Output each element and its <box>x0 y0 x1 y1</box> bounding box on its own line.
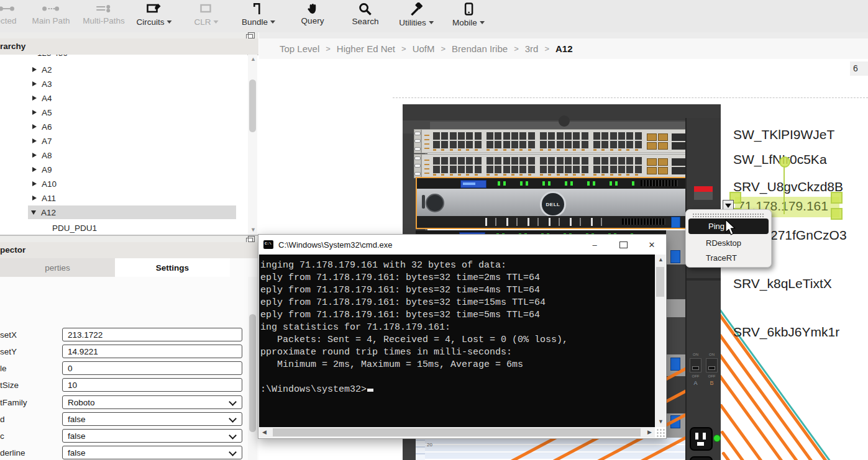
scroll-up-icon[interactable]: ▲ <box>250 56 256 62</box>
switch-device-2[interactable] <box>414 154 685 178</box>
scroll-down-icon[interactable]: ▼ <box>250 227 256 233</box>
tree-item-a12-selected[interactable]: A12 <box>28 205 236 219</box>
expand-arrow-icon[interactable] <box>32 138 37 143</box>
inspector-scrollbar[interactable] <box>248 277 257 460</box>
expand-arrow-icon[interactable] <box>32 167 37 172</box>
hierarchy-scrollbar[interactable]: ▲ ▼ <box>248 55 257 235</box>
server-device-selected[interactable]: DELL <box>416 177 687 229</box>
pdu-outlet[interactable] <box>690 427 713 451</box>
text-input[interactable] <box>68 347 237 356</box>
scroll-right-icon[interactable]: ▶ <box>647 430 652 435</box>
tree-item-a5[interactable]: A5 <box>0 106 236 119</box>
breadcrumb-item[interactable]: UofM <box>413 43 435 54</box>
text-input[interactable] <box>68 330 237 340</box>
breadcrumb-item[interactable]: 3rd <box>525 43 539 54</box>
menu-item-rdesktop[interactable]: RDesktop <box>686 235 771 250</box>
scrollbar-thumb[interactable] <box>656 267 664 297</box>
toolbar-item-search[interactable]: Search <box>352 2 379 26</box>
scrollbar-thumb[interactable] <box>273 428 641 436</box>
device-label-srv1[interactable]: SRV_U8gvCkzd8B <box>733 179 843 194</box>
tree-item-a4[interactable]: A4 <box>0 91 236 105</box>
close-button[interactable]: ✕ <box>637 235 666 255</box>
pdu-outlet[interactable] <box>690 456 713 460</box>
tree-item-a2[interactable]: A2 <box>0 63 236 76</box>
tree-item-a7[interactable]: A7 <box>0 134 236 148</box>
tree-item-a3[interactable]: A3 <box>0 77 236 91</box>
breaker-toggle <box>708 366 715 370</box>
scroll-left-icon[interactable]: ◀ <box>262 430 267 435</box>
menu-drag-grip[interactable] <box>692 213 765 217</box>
field-fontsize-input[interactable] <box>62 378 242 392</box>
field-underline-select[interactable]: false <box>62 446 242 459</box>
toolbar-item-ected[interactable]: ected <box>0 2 17 25</box>
tree-item-a8[interactable]: A8 <box>0 148 236 162</box>
cmd-title-bar[interactable]: C:\ C:\Windows\System32\cmd.exe – ✕ <box>258 235 666 255</box>
cmd-window[interactable]: C:\ C:\Windows\System32\cmd.exe – ✕ ingi… <box>258 234 667 439</box>
resize-handle[interactable] <box>831 208 843 220</box>
device-label-partial[interactable]: 271fGnCzO3 <box>770 228 847 243</box>
tab-properties[interactable]: perties <box>0 258 115 277</box>
maximize-button[interactable] <box>609 235 637 255</box>
tab-settings[interactable]: Settings <box>115 258 230 277</box>
toolbar-item-query[interactable]: Query <box>301 2 324 25</box>
breadcrumb-item[interactable]: Top Level <box>280 43 319 54</box>
breadcrumb-separator: > <box>401 44 406 53</box>
field-offsety-input[interactable] <box>62 345 242 358</box>
minimize-button[interactable]: – <box>580 235 609 255</box>
switch-device-1[interactable] <box>414 129 685 153</box>
toolbar-item-utilities[interactable]: Utilities <box>399 2 434 28</box>
breaker-switch[interactable] <box>706 358 718 372</box>
tree-item-pdu-pdu1[interactable]: PDU_PDU1 <box>0 221 236 235</box>
tree-item-a10[interactable]: A10 <box>0 177 236 191</box>
toolbar-item-main-path[interactable]: Main Path <box>32 2 70 25</box>
breadcrumb-item[interactable]: Higher Ed Net <box>337 43 395 54</box>
expand-arrow-icon[interactable] <box>32 110 37 115</box>
expand-arrow-icon[interactable] <box>32 81 37 86</box>
expand-arrow-icon[interactable] <box>32 153 37 158</box>
toolbar-item-multi-paths[interactable]: Multi-Paths <box>83 2 125 25</box>
cmd-app-icon: C:\ <box>263 240 273 249</box>
toolbar-item-bundle[interactable]: Bundle <box>242 2 275 27</box>
scrollbar-thumb[interactable] <box>249 79 256 132</box>
device-label-srv3[interactable]: SRV_6kbJ6Ymk1r <box>733 325 839 340</box>
cmd-horizontal-scrollbar[interactable]: ◀ ▶ <box>259 427 655 438</box>
field-offsetx-input[interactable] <box>62 328 242 341</box>
pdu-device[interactable]: CE UL FC ON OFF A ON OFF B <box>685 118 721 460</box>
collapse-arrow-icon[interactable] <box>31 210 36 215</box>
menu-item-tracert[interactable]: TraceRT <box>686 250 771 265</box>
breadcrumb-item[interactable]: Brendan Iribe <box>452 43 508 54</box>
page-indicator: 6 <box>850 61 868 76</box>
device-label-srv2[interactable]: SRV_k8qLeTixtX <box>733 276 832 291</box>
cmd-vertical-scrollbar[interactable]: ▲ ▼ <box>655 255 665 427</box>
device-label-sw1[interactable]: SW_TKlPI9WJeT <box>733 127 834 142</box>
field-angle-input[interactable] <box>62 361 242 375</box>
breaker-switch[interactable] <box>690 358 701 372</box>
field-italic-select[interactable]: false <box>62 429 242 443</box>
expand-arrow-icon[interactable] <box>32 124 37 129</box>
scroll-down-icon[interactable]: ▼ <box>658 419 664 425</box>
field-fontfamily-select[interactable]: Roboto <box>62 395 242 409</box>
scroll-up-icon[interactable]: ▲ <box>658 257 664 263</box>
rotation-handle[interactable] <box>779 156 790 168</box>
resize-handle[interactable] <box>831 192 843 204</box>
expand-arrow-icon[interactable] <box>32 196 37 201</box>
toolbar-item-circuits[interactable]: Circuits <box>136 2 171 27</box>
resize-grip[interactable] <box>656 428 665 437</box>
expand-arrow-icon[interactable] <box>32 181 37 186</box>
tree-item-a9[interactable]: A9 <box>0 163 236 176</box>
cmd-output[interactable]: inging 71.178.179.161 with 32 bytes of d… <box>259 255 655 427</box>
drive-leds <box>498 181 634 186</box>
tree-item-clipped[interactable]: 123 456 <box>37 55 68 60</box>
field-bold-select[interactable]: false <box>62 412 242 426</box>
toolbar-item-mobile[interactable]: Mobile <box>452 2 485 28</box>
text-input[interactable] <box>68 364 237 373</box>
server-bottom-bays <box>417 216 685 228</box>
tree-item-a6[interactable]: A6 <box>0 120 236 133</box>
text-input[interactable] <box>68 381 237 390</box>
expand-arrow-icon[interactable] <box>32 96 37 101</box>
toolbar-item-clr[interactable]: CLR <box>194 2 218 27</box>
expand-arrow-icon[interactable] <box>32 67 37 72</box>
scrollbar-thumb[interactable] <box>249 314 256 432</box>
tree-item-a11[interactable]: A11 <box>0 191 236 205</box>
cmd-line: eply from 71.178.179.161: bytes=32 time=… <box>260 272 655 284</box>
